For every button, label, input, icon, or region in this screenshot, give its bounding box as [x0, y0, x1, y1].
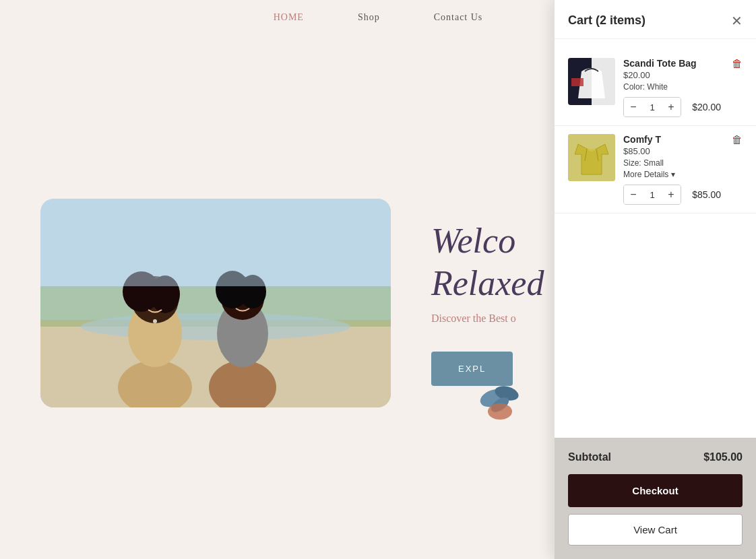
cart-title: Cart (2 items)	[568, 13, 645, 28]
item-price-2: $85.00	[623, 146, 721, 156]
qty-decrease-2[interactable]: −	[624, 185, 643, 204]
qty-value-1: 1	[643, 102, 662, 112]
item-thumbnail-1	[568, 58, 615, 105]
cart-items: Scandi Tote Bag $20.00 Color: White − 1 …	[555, 39, 756, 438]
subtotal-value: $105.00	[703, 451, 743, 463]
chevron-down-icon-2: ▾	[671, 170, 675, 179]
cart-header: Cart (2 items) ✕	[555, 0, 756, 39]
plant-decoration	[473, 368, 527, 424]
cart-close-button[interactable]: ✕	[731, 14, 743, 28]
nav-contact[interactable]: Contact Us	[434, 12, 483, 23]
item-details-2: Comfy T $85.00 Size: Small More Details …	[623, 134, 721, 205]
checkout-button[interactable]: Checkout	[568, 474, 743, 507]
subtotal-label: Subtotal	[568, 451, 611, 463]
svg-point-7	[81, 313, 350, 340]
qty-row-1: − 1 + $20.00	[623, 97, 721, 117]
qty-decrease-1[interactable]: −	[624, 98, 643, 117]
tote-bag-image	[568, 58, 615, 105]
item-name-1: Scandi Tote Bag	[623, 58, 721, 69]
nav-home[interactable]: HOME	[274, 12, 304, 23]
item-delete-2[interactable]: 🗑	[732, 134, 743, 146]
qty-control-1: − 1 +	[623, 97, 681, 117]
cart-footer: Subtotal $105.00 Checkout View Cart	[555, 438, 756, 559]
plant-icon	[473, 368, 527, 422]
item-name-2: Comfy T	[623, 134, 721, 145]
item-thumbnail-2	[568, 134, 615, 181]
qty-increase-2[interactable]: +	[662, 185, 681, 204]
hero-illustration	[40, 199, 391, 407]
comfy-t-image	[568, 134, 615, 181]
svg-rect-19	[40, 199, 391, 286]
item-total-2: $85.00	[692, 189, 721, 200]
more-details-button[interactable]: More Details ▾	[623, 170, 721, 179]
nav-shop[interactable]: Shop	[358, 12, 380, 23]
svg-rect-26	[571, 78, 584, 86]
qty-row-2: − 1 + $85.00	[623, 185, 721, 205]
item-delete-1[interactable]: 🗑	[732, 58, 743, 70]
qty-value-2: 1	[643, 190, 662, 200]
item-size-2: Size: Small	[623, 158, 721, 168]
cart-item: Scandi Tote Bag $20.00 Color: White − 1 …	[555, 50, 756, 126]
view-cart-button[interactable]: View Cart	[568, 514, 743, 546]
cart-panel: Cart (2 items) ✕ Scandi Tote Bag $20.0	[554, 0, 756, 559]
item-color-1: Color: White	[623, 82, 721, 92]
hero-image	[40, 199, 391, 407]
item-details-1: Scandi Tote Bag $20.00 Color: White − 1 …	[623, 58, 721, 117]
qty-control-2: − 1 +	[623, 185, 681, 205]
svg-point-23	[488, 403, 512, 420]
subtotal-row: Subtotal $105.00	[568, 451, 743, 463]
item-price-1: $20.00	[623, 70, 721, 80]
svg-point-18	[153, 319, 157, 323]
cart-item-2: Comfy T $85.00 Size: Small More Details …	[555, 126, 756, 213]
qty-increase-1[interactable]: +	[662, 98, 681, 117]
item-total-1: $20.00	[692, 102, 721, 112]
